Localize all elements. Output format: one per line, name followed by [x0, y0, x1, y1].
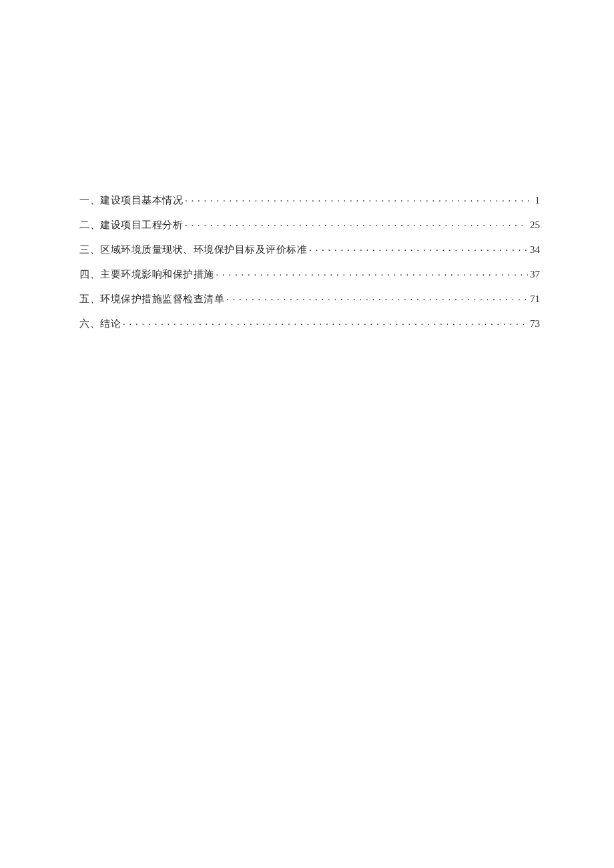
toc-entry-title: 一、建设项目基本情况	[79, 195, 183, 205]
toc-entry-title: 六、结论	[79, 319, 121, 329]
toc-leader-dots	[123, 317, 528, 327]
toc-entry-page: 34	[530, 245, 540, 255]
toc-entry-page: 73	[530, 319, 540, 329]
toc-leader-dots	[185, 193, 533, 203]
table-of-contents: 一、建设项目基本情况 1 二、建设项目工程分析 25 三、区域环境质量现状、环境…	[79, 193, 540, 329]
toc-entry: 五、环境保护措施监督检查清单 71	[79, 292, 540, 304]
toc-entry-title: 五、环境保护措施监督检查清单	[79, 294, 224, 304]
toc-leader-dots	[216, 268, 529, 278]
toc-entry: 六、结论 73	[79, 317, 540, 329]
toc-leader-dots	[185, 218, 528, 228]
toc-entry: 三、区域环境质量现状、环境保护目标及评价标准 34	[79, 243, 540, 255]
toc-entry: 一、建设项目基本情况 1	[79, 193, 540, 205]
toc-entry-title: 三、区域环境质量现状、环境保护目标及评价标准	[79, 245, 307, 255]
toc-entry-page: 1	[535, 195, 541, 205]
toc-entry-page: 25	[530, 220, 540, 230]
toc-entry-title: 四、主要环境影响和保护措施	[79, 270, 214, 280]
toc-leader-dots	[226, 292, 528, 302]
toc-entry: 二、建设项目工程分析 25	[79, 218, 540, 230]
toc-entry-page: 71	[530, 294, 540, 304]
toc-entry-title: 二、建设项目工程分析	[79, 220, 183, 230]
toc-leader-dots	[309, 243, 528, 253]
toc-entry: 四、主要环境影响和保护措施 37	[79, 268, 540, 280]
toc-entry-page: 37	[530, 270, 540, 280]
